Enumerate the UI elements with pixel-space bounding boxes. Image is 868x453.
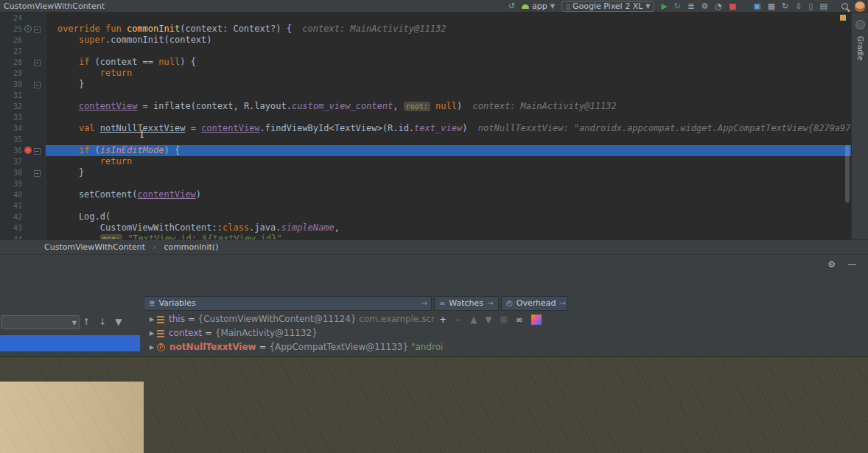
sdk-manager-icon[interactable]: ⇩	[795, 1, 802, 12]
code-text[interactable]: }	[46, 79, 851, 90]
watches-panel-header[interactable]: ∞ Watches →	[434, 296, 499, 311]
frame-down-icon[interactable]: ↓	[99, 317, 106, 328]
fold-icon[interactable]: −	[34, 170, 41, 177]
code-line[interactable]: 34 val notNullTexxtView = contentView.fi…	[0, 123, 851, 134]
instant-run-icon[interactable]: ↺	[508, 1, 515, 12]
breadcrumb-item-method[interactable]: commonInit()	[164, 242, 218, 252]
expand-icon[interactable]: ▶	[147, 340, 157, 354]
code-text[interactable]	[46, 200, 851, 211]
code-text[interactable]: if (isInEditMode) {	[46, 145, 851, 156]
code-text[interactable]	[46, 134, 851, 145]
sync-project-icon[interactable]: ↻	[782, 1, 788, 12]
variable-row[interactable]: ▶PnotNullTexxtView = {AppCompatTextView@…	[144, 340, 868, 354]
code-line[interactable]: 31	[0, 90, 851, 101]
override-method-icon[interactable]: ↑	[24, 25, 32, 32]
avd-manager-icon[interactable]: ▯	[809, 1, 813, 12]
code-text[interactable]: return	[46, 156, 851, 167]
gutter: 34	[0, 123, 46, 134]
code-text[interactable]: super.commonInit(context)	[46, 35, 851, 46]
avatar[interactable]	[855, 1, 865, 12]
expand-icon[interactable]: ▶	[147, 326, 157, 340]
error-stripe-mark[interactable]	[840, 15, 846, 21]
code-line[interactable]: 27	[0, 46, 851, 57]
code-line[interactable]: 38− }	[0, 167, 851, 178]
code-text[interactable]: return	[46, 68, 851, 79]
expand-icon[interactable]: ▶	[147, 312, 157, 326]
layout-inspector-icon[interactable]: ▦	[768, 1, 775, 12]
fold-icon[interactable]: −	[34, 82, 41, 88]
code-text[interactable]	[46, 13, 851, 24]
code-text[interactable]	[46, 90, 851, 101]
attach-debugger-icon[interactable]: ≣	[687, 1, 694, 12]
gutter: 33	[0, 112, 46, 123]
code-line[interactable]: 29 return	[0, 68, 851, 79]
code-line[interactable]: 39	[0, 178, 851, 189]
profiler-icon[interactable]: ◔	[715, 1, 722, 12]
variables-panel-header[interactable]: ≣ Variables →	[144, 296, 432, 311]
gradle-icon[interactable]	[855, 20, 865, 29]
code-line[interactable]: 42 Log.d(	[0, 211, 851, 222]
move-watch-down-icon[interactable]: ▼	[485, 315, 491, 326]
code-line[interactable]: 43 CustomViewWithContent::class.java.sim…	[0, 222, 851, 233]
code-line[interactable]: 35	[0, 134, 851, 145]
editor-scrollbar[interactable]	[845, 145, 850, 203]
frames-combobox[interactable]: ▼	[1, 315, 80, 329]
code-line[interactable]: 41	[0, 200, 851, 211]
code-editor[interactable]: 2425↑−override fun commonInit(context: C…	[0, 13, 851, 239]
code-line[interactable]: 32 contentView = inflate(context, R.layo…	[0, 101, 851, 112]
hide-panel-icon[interactable]: —	[847, 259, 856, 270]
remove-watch-icon[interactable]: −	[455, 315, 462, 326]
code-line[interactable]: 24	[0, 13, 851, 24]
stop-icon[interactable]: ■	[729, 1, 736, 12]
code-text[interactable]: if (context == null) {	[46, 57, 851, 68]
line-number: 30	[0, 79, 22, 90]
line-number: 42	[0, 211, 22, 222]
code-line[interactable]: 37 return	[0, 156, 851, 167]
run-icon[interactable]: ▶	[661, 1, 667, 12]
apply-code-changes-icon[interactable]: ⚙	[701, 1, 708, 12]
code-text[interactable]: override fun commonInit(context: Context…	[46, 24, 851, 35]
code-text[interactable]: setContent(contentView)	[46, 189, 851, 200]
code-text[interactable]: Log.d(	[46, 211, 851, 222]
selected-frame-row[interactable]	[0, 335, 140, 351]
breadcrumb-item-class[interactable]: CustomViewWithContent	[44, 242, 145, 252]
code-text[interactable]	[46, 46, 851, 57]
code-text[interactable]: msg: "TextView id: ${textView.id}"	[46, 233, 851, 239]
code-line[interactable]: 33	[0, 112, 851, 123]
gradle-tool-button[interactable]: Gradle	[856, 36, 864, 60]
code-line[interactable]: 30− }	[0, 79, 851, 90]
code-text[interactable]: val notNullTexxtView = contentView.findV…	[46, 123, 851, 134]
frame-up-icon[interactable]: ↑	[83, 317, 90, 328]
overhead-panel-header[interactable]: ◴ Overhead →	[501, 296, 568, 311]
device-dropdown[interactable]: ▯ Google Pixel 2 XL ▼	[561, 1, 655, 12]
variable-row[interactable]: ▶context = {MainActivity@11132}	[144, 326, 868, 340]
code-line[interactable]: 40 setContent(contentView)	[0, 189, 851, 200]
code-text[interactable]: CustomViewWithContent::class.java.simple…	[46, 222, 851, 233]
code-text[interactable]: }	[46, 167, 851, 178]
code-text[interactable]: contentView = inflate(context, R.layout.…	[46, 101, 851, 112]
fold-icon[interactable]: −	[34, 60, 41, 66]
breakpoint-icon[interactable]	[24, 147, 32, 154]
run-config-dropdown[interactable]: app ▼	[522, 1, 555, 11]
move-watch-up-icon[interactable]: ▲	[470, 315, 477, 326]
apply-changes-icon[interactable]: ↻	[674, 1, 681, 12]
show-watches-icon[interactable]: ∞	[516, 315, 523, 326]
fold-icon[interactable]: −	[34, 148, 41, 155]
code-line[interactable]: 25↑−override fun commonInit(context: Con…	[0, 24, 851, 35]
breadcrumb: CustomViewWithContent › commonInit()	[0, 239, 868, 254]
filter-frames-icon[interactable]: ▼	[115, 317, 122, 328]
code-line[interactable]: 44 msg: "TextView id: ${textView.id}"	[0, 233, 851, 239]
capture-screenshot-icon[interactable]: ▣	[753, 1, 760, 12]
fold-icon[interactable]: −	[34, 27, 41, 33]
logcat-icon[interactable]: ▤	[820, 1, 827, 12]
kotlin-icon[interactable]	[531, 315, 542, 325]
add-watch-icon[interactable]: +	[439, 315, 447, 326]
code-text[interactable]	[46, 112, 851, 123]
duplicate-watch-icon[interactable]: ⊞	[500, 315, 508, 326]
code-line[interactable]: 36− if (isInEditMode) {	[0, 145, 851, 156]
settings-gear-icon[interactable]: ⚙	[827, 259, 836, 270]
code-line[interactable]: 26 super.commonInit(context)	[0, 35, 851, 46]
search-icon[interactable]	[841, 3, 848, 10]
code-text[interactable]	[46, 178, 851, 189]
code-line[interactable]: 28− if (context == null) {	[0, 57, 851, 68]
